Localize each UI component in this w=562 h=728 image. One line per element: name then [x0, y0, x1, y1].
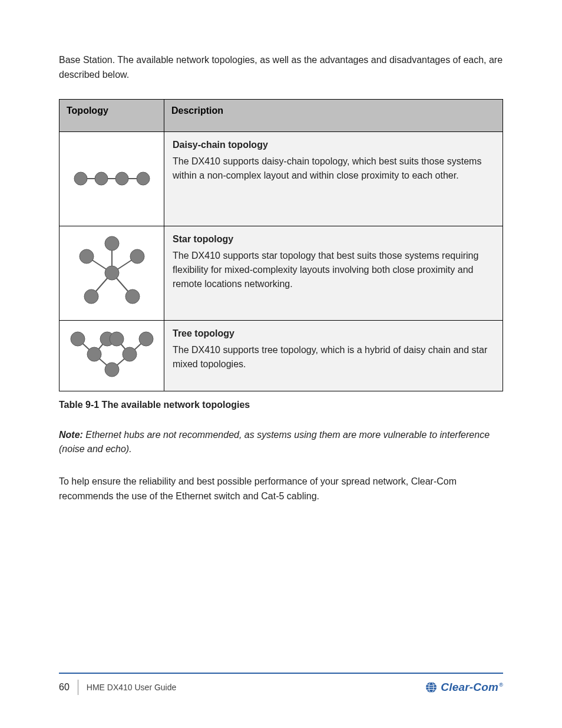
svg-point-25	[139, 332, 153, 346]
topologies-table: Topology Description Daisy-chai	[59, 99, 503, 391]
daisy-chain-diagram	[68, 167, 156, 190]
tree-diagram	[65, 326, 159, 385]
recommendation-paragraph: To help ensure the reliability and best …	[59, 475, 503, 504]
table-row: Tree topology The DX410 supports tree to…	[59, 320, 503, 391]
intro-paragraph: Base Station. The available network topo…	[59, 53, 503, 83]
svg-point-12	[130, 249, 144, 263]
svg-point-26	[87, 347, 101, 361]
star-diagram	[68, 232, 156, 314]
daisy-chain-diagram-cell	[59, 131, 164, 226]
row-body: The DX410 supports daisy-chain topology,…	[173, 154, 494, 183]
table-row: Star topology The DX410 supports star to…	[59, 226, 503, 320]
svg-point-27	[123, 347, 137, 361]
tree-desc-cell: Tree topology The DX410 supports tree to…	[164, 320, 503, 391]
row-title: Daisy-chain topology	[173, 138, 494, 152]
svg-point-3	[115, 172, 128, 185]
footer-divider	[78, 680, 78, 695]
row-body: The DX410 supports star topology that be…	[173, 249, 494, 291]
svg-point-22	[71, 332, 85, 346]
clear-com-logo: Clear-Com®	[425, 681, 503, 694]
document-page: Base Station. The available network topo…	[0, 0, 562, 728]
daisy-chain-desc-cell: Daisy-chain topology The DX410 supports …	[164, 131, 503, 226]
col-header-topology: Topology	[59, 99, 164, 131]
footer-rule	[59, 673, 503, 674]
tree-diagram-cell	[59, 320, 164, 391]
svg-point-4	[137, 172, 150, 185]
svg-point-13	[125, 289, 140, 304]
table-caption: Table 9-1 The available network topologi…	[59, 400, 503, 410]
star-desc-cell: Star topology The DX410 supports star to…	[164, 226, 503, 320]
doc-title: HME DX410 User Guide	[87, 683, 177, 692]
globe-icon	[425, 681, 437, 693]
table-header-row: Topology Description	[59, 99, 503, 131]
page-number: 60	[59, 682, 70, 693]
svg-point-15	[80, 249, 94, 263]
logo-text: Clear-Com®	[441, 681, 503, 694]
note-label: Note:	[59, 430, 83, 440]
svg-point-24	[110, 332, 124, 346]
svg-point-10	[105, 266, 119, 280]
page-footer: 60 HME DX410 User Guide Clear-Com®	[59, 673, 503, 695]
svg-point-11	[105, 236, 119, 251]
row-body: The DX410 supports tree topology, which …	[173, 343, 494, 371]
table-row: Daisy-chain topology The DX410 supports …	[59, 131, 503, 226]
row-title: Star topology	[173, 232, 494, 246]
col-header-description: Description	[164, 99, 503, 131]
svg-point-1	[74, 172, 87, 185]
svg-point-14	[84, 289, 98, 304]
svg-point-28	[105, 363, 119, 377]
note-paragraph: Note: Ethernet hubs are not recommended,…	[59, 428, 503, 457]
svg-point-2	[95, 172, 108, 185]
note-text: Ethernet hubs are not recommended, as sy…	[59, 430, 490, 454]
row-title: Tree topology	[173, 327, 494, 341]
star-diagram-cell	[59, 226, 164, 320]
